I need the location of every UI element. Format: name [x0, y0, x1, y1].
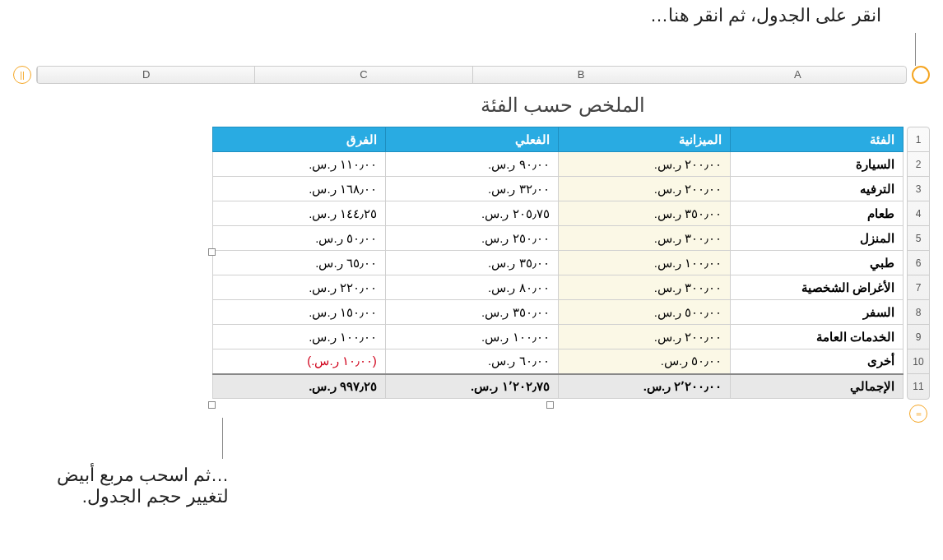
cell-act[interactable]: ٨٠٫٠٠ ر.س. [385, 275, 558, 300]
hdr-difference[interactable]: الفرق [213, 127, 386, 152]
cell-act[interactable]: ٣٥٠٫٠٠ ر.س. [385, 300, 558, 325]
total-diff[interactable]: ٩٩٧٫٢٥ ر.س. [213, 374, 386, 399]
cell-cat[interactable]: السيارة [731, 152, 904, 177]
cell-bud[interactable]: ٥٠٠٫٠٠ ر.س. [558, 300, 731, 325]
cell-act[interactable]: ٣٥٫٠٠ ر.س. [385, 251, 558, 275]
cell-cat[interactable]: الخدمات العامة [731, 325, 904, 349]
callout-top-leader [915, 33, 916, 66]
cell-diff[interactable]: (١٠٫٠٠ ر.س.) [213, 349, 386, 374]
cell-bud[interactable]: ٥٠٫٠٠ ر.س. [558, 349, 731, 374]
cell-act[interactable]: ٢٥٠٫٠٠ ر.س. [385, 226, 558, 251]
cell-diff[interactable]: ٦٥٫٠٠ ر.س. [213, 251, 386, 275]
col-header-b[interactable]: B [472, 67, 690, 83]
cell-act[interactable]: ٢٠٥٫٧٥ ر.س. [385, 201, 558, 226]
cell-bud[interactable]: ٣٠٠٫٠٠ ر.س. [558, 226, 731, 251]
column-headers[interactable]: A B C D [36, 66, 907, 84]
cell-cat[interactable]: طعام [731, 201, 904, 226]
cell-bud[interactable]: ٣٠٠٫٠٠ ر.س. [558, 275, 731, 300]
cell-diff[interactable]: ١٤٤٫٢٥ ر.س. [213, 201, 386, 226]
add-column-handle[interactable]: || [13, 66, 31, 84]
hdr-actual[interactable]: الفعلي [385, 127, 558, 152]
cell-act[interactable]: ٩٠٫٠٠ ر.س. [385, 152, 558, 177]
add-row-handle[interactable]: ＝ [909, 405, 927, 423]
row-header-3[interactable]: 3 [908, 177, 929, 201]
row-header-11[interactable]: 11 [908, 374, 929, 399]
header-row[interactable]: الفئة الميزانية الفعلي الفرق [213, 127, 904, 152]
hdr-budget[interactable]: الميزانية [558, 127, 731, 152]
total-cat[interactable]: الإجمالي [731, 374, 904, 399]
cell-diff[interactable]: ٢٢٠٫٠٠ ر.س. [213, 275, 386, 300]
callout-bottom-leader [222, 418, 223, 459]
row-header-8[interactable]: 8 [908, 300, 929, 325]
row-header-10[interactable]: 10 [908, 349, 929, 374]
resize-handle-corner[interactable] [208, 401, 216, 409]
cell-diff[interactable]: ١٠٠٫٠٠ ر.س. [213, 325, 386, 349]
table-row[interactable]: طبي١٠٠٫٠٠ ر.س.٣٥٫٠٠ ر.س.٦٥٫٠٠ ر.س. [213, 251, 904, 275]
col-header-a[interactable]: A [690, 67, 906, 83]
col-header-c[interactable]: C [254, 67, 472, 83]
cell-cat[interactable]: الأغراض الشخصية [731, 275, 904, 300]
cell-cat[interactable]: الترفيه [731, 177, 904, 201]
cell-diff[interactable]: ١٥٠٫٠٠ ر.س. [213, 300, 386, 325]
total-act[interactable]: ١٬٢٠٢٫٧٥ ر.س. [385, 374, 558, 399]
row-header-5[interactable]: 5 [908, 226, 929, 251]
table-title[interactable]: الملخص حسب الفئة [219, 94, 907, 117]
table-row[interactable]: أخرى٥٠٫٠٠ ر.س.٦٠٫٠٠ ر.س.(١٠٫٠٠ ر.س.) [213, 349, 904, 374]
row-header-9[interactable]: 9 [908, 325, 929, 349]
cell-act[interactable]: ٦٠٫٠٠ ر.س. [385, 349, 558, 374]
cell-bud[interactable]: ٣٥٠٫٠٠ ر.س. [558, 201, 731, 226]
total-row[interactable]: الإجمالي٢٬٢٠٠٫٠٠ ر.س.١٬٢٠٢٫٧٥ ر.س.٩٩٧٫٢٥… [213, 374, 904, 399]
cell-diff[interactable]: ٥٠٫٠٠ ر.س. [213, 226, 386, 251]
table-row[interactable]: الأغراض الشخصية٣٠٠٫٠٠ ر.س.٨٠٫٠٠ ر.س.٢٢٠٫… [213, 275, 904, 300]
cell-diff[interactable]: ١١٠٫٠٠ ر.س. [213, 152, 386, 177]
data-table[interactable]: الفئة الميزانية الفعلي الفرق السيارة٢٠٠٫… [212, 127, 904, 399]
cell-cat[interactable]: المنزل [731, 226, 904, 251]
resize-handle-bottom[interactable] [546, 401, 554, 409]
row-headers[interactable]: 1234567891011 [907, 127, 930, 400]
table-row[interactable]: السيارة٢٠٠٫٠٠ ر.س.٩٠٫٠٠ ر.س.١١٠٫٠٠ ر.س. [213, 152, 904, 177]
cell-cat[interactable]: أخرى [731, 349, 904, 374]
hdr-category[interactable]: الفئة [731, 127, 904, 152]
callout-top: انقر على الجدول، ثم انقر هنا… [650, 5, 881, 26]
cell-bud[interactable]: ١٠٠٫٠٠ ر.س. [558, 251, 731, 275]
table-row[interactable]: السفر٥٠٠٫٠٠ ر.س.٣٥٠٫٠٠ ر.س.١٥٠٫٠٠ ر.س. [213, 300, 904, 325]
col-header-d[interactable]: D [37, 67, 254, 83]
callout-bottom: …ثم اسحب مربع أبيض لتغيير حجم الجدول. [15, 465, 229, 507]
cell-act[interactable]: ٣٢٫٠٠ ر.س. [385, 177, 558, 201]
row-header-7[interactable]: 7 [908, 275, 929, 300]
cell-bud[interactable]: ٢٠٠٫٠٠ ر.س. [558, 325, 731, 349]
cell-bud[interactable]: ٢٠٠٫٠٠ ر.س. [558, 177, 731, 201]
table-row[interactable]: طعام٣٥٠٫٠٠ ر.س.٢٠٥٫٧٥ ر.س.١٤٤٫٢٥ ر.س. [213, 201, 904, 226]
cell-bud[interactable]: ٢٠٠٫٠٠ ر.س. [558, 152, 731, 177]
table-select-handle[interactable] [912, 66, 930, 84]
table-row[interactable]: الترفيه٢٠٠٫٠٠ ر.س.٣٢٫٠٠ ر.س.١٦٨٫٠٠ ر.س. [213, 177, 904, 201]
cell-cat[interactable]: طبي [731, 251, 904, 275]
row-header-6[interactable]: 6 [908, 251, 929, 275]
table-row[interactable]: المنزل٣٠٠٫٠٠ ر.س.٢٥٠٫٠٠ ر.س.٥٠٫٠٠ ر.س. [213, 226, 904, 251]
cell-diff[interactable]: ١٦٨٫٠٠ ر.س. [213, 177, 386, 201]
cell-cat[interactable]: السفر [731, 300, 904, 325]
row-header-2[interactable]: 2 [908, 152, 929, 177]
total-bud[interactable]: ٢٬٢٠٠٫٠٠ ر.س. [558, 374, 731, 399]
row-header-4[interactable]: 4 [908, 201, 929, 226]
resize-handle-right[interactable] [208, 248, 216, 256]
cell-act[interactable]: ١٠٠٫٠٠ ر.س. [385, 325, 558, 349]
row-header-1[interactable]: 1 [908, 127, 929, 152]
table-row[interactable]: الخدمات العامة٢٠٠٫٠٠ ر.س.١٠٠٫٠٠ ر.س.١٠٠٫… [213, 325, 904, 349]
